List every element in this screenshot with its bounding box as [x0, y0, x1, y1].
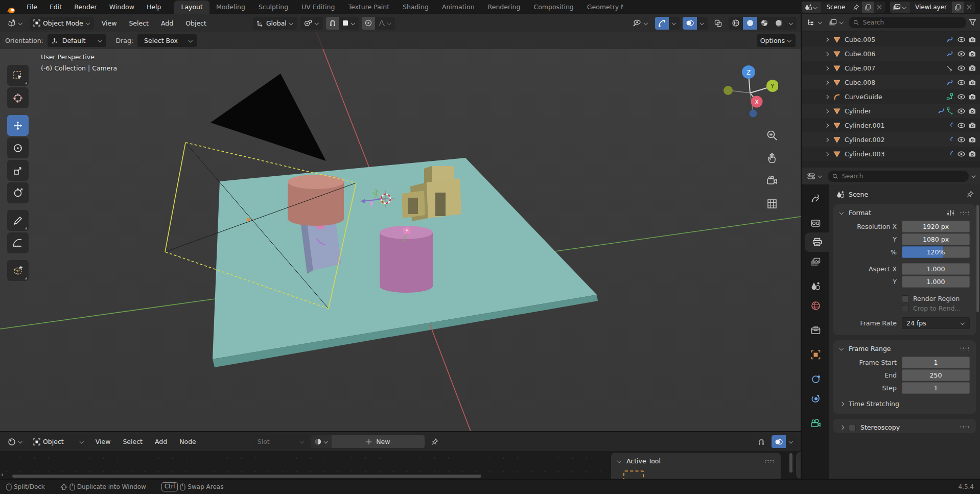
hide-eye-icon[interactable]: [958, 108, 965, 114]
object-name[interactable]: Cylinder.003: [845, 150, 925, 158]
snap-target-selector[interactable]: [300, 17, 323, 30]
frame-start-field[interactable]: 1: [902, 357, 970, 368]
aspect-y-field[interactable]: 1.000: [902, 276, 970, 288]
object-name[interactable]: CurveGuide: [845, 93, 925, 101]
resolution-percent-slider[interactable]: 120%: [902, 246, 970, 258]
frame-range-collapse[interactable]: [839, 346, 844, 351]
show-overlays-toggle[interactable]: [683, 17, 697, 30]
outliner-row-cylinder003[interactable]: Cylinder.003: [802, 147, 980, 161]
tab-animation[interactable]: Animation: [435, 1, 481, 14]
tool-transform[interactable]: [7, 182, 29, 203]
tool-add-primitive[interactable]: [7, 260, 29, 281]
resolution-x-field[interactable]: 1920 px: [902, 221, 970, 232]
salmon-cylinder-top[interactable]: [288, 175, 344, 189]
outliner-row-cylinder002[interactable]: Cylinder.002: [802, 132, 980, 147]
shading-dropdown[interactable]: [786, 17, 797, 30]
object-name[interactable]: Cylinder: [845, 107, 925, 115]
flower-object[interactable]: [406, 229, 408, 231]
disable-render-icon[interactable]: [969, 151, 976, 157]
render-region-checkbox[interactable]: [902, 295, 909, 302]
outliner-search[interactable]: [849, 17, 966, 28]
disable-render-icon[interactable]: [969, 65, 976, 71]
object-name[interactable]: Cube.006: [845, 50, 925, 58]
editor-type-button[interactable]: [4, 17, 27, 30]
transform-orientation-selector[interactable]: Global: [253, 17, 297, 30]
overlays-dropdown[interactable]: [697, 17, 708, 30]
outliner-filter-mode-button[interactable]: [827, 16, 846, 29]
modifier-wrench-icon[interactable]: [946, 79, 953, 86]
visibility-dropdown[interactable]: [629, 17, 652, 30]
camera-view-button[interactable]: [764, 175, 780, 187]
proportional-editing-toggle[interactable]: [362, 17, 375, 30]
shader-editor-canvas[interactable]: Active Tool ›: [0, 451, 801, 479]
shading-wireframe-button[interactable]: [729, 17, 743, 30]
scene-browse-button[interactable]: [802, 2, 821, 13]
viewport-scene[interactable]: [0, 14, 801, 431]
shader-type-selector[interactable]: Object: [30, 435, 88, 448]
modifier-wrench-icon[interactable]: [946, 36, 953, 43]
node-editor-type-button[interactable]: [4, 435, 27, 448]
blender-logo-icon[interactable]: [0, 6, 20, 14]
disable-render-icon[interactable]: [969, 136, 976, 143]
node-horizontal-scrollbar[interactable]: [12, 475, 481, 478]
disable-render-icon[interactable]: [969, 51, 976, 57]
aspect-x-field[interactable]: 1.000: [902, 263, 970, 275]
view-layer-copy-button[interactable]: [952, 2, 964, 13]
tab-compositing[interactable]: Compositing: [527, 1, 580, 14]
tab-constraints[interactable]: [802, 389, 829, 408]
purple-cylinder-body[interactable]: [380, 232, 433, 293]
panel-grip[interactable]: [960, 347, 970, 350]
tool-scale[interactable]: [7, 160, 29, 181]
geometry-nodes-icon[interactable]: [947, 107, 953, 114]
outliner-row-cube006[interactable]: Cube.006: [802, 46, 980, 61]
tab-collection[interactable]: [802, 320, 829, 340]
disable-render-icon[interactable]: [969, 36, 976, 42]
crop-checkbox[interactable]: [902, 305, 909, 312]
tab-tool[interactable]: [802, 189, 829, 208]
format-collapse[interactable]: [839, 210, 844, 215]
stereoscopy-title[interactable]: Stereoscopy: [860, 424, 900, 431]
outliner-row-cylinder[interactable]: Cylinder: [802, 104, 980, 118]
tab-texture-paint[interactable]: Texture Paint: [341, 1, 396, 14]
node-menu-select[interactable]: Select: [118, 438, 147, 445]
tab-uv-editing[interactable]: UV Editing: [295, 1, 341, 14]
material-browse-button[interactable]: [311, 435, 332, 448]
stereoscopy-checkbox[interactable]: [849, 424, 856, 431]
navigation-gizmo[interactable]: Z Y X: [722, 65, 778, 121]
outliner-row-curveguide[interactable]: CurveGuide: [802, 89, 980, 104]
properties-editor-type-button[interactable]: [805, 170, 825, 182]
toggle-ortho-button[interactable]: [764, 198, 780, 210]
gizmo-axis-neg-z[interactable]: [750, 110, 757, 117]
menu-help[interactable]: Help: [141, 0, 168, 14]
time-stretching-collapse[interactable]: [839, 402, 844, 406]
small-violet-figure[interactable]: [370, 201, 373, 206]
curve-modifier-icon[interactable]: [946, 65, 953, 72]
tab-world[interactable]: [802, 296, 829, 315]
object-name[interactable]: Cylinder.001: [845, 122, 925, 129]
fallback-tool-thumbnail[interactable]: [623, 471, 644, 479]
node-overlays-toggle[interactable]: [772, 435, 786, 448]
tool-annotate[interactable]: [7, 210, 29, 231]
slot-dropdown[interactable]: Slot: [254, 435, 308, 448]
frame-end-field[interactable]: 250: [902, 369, 970, 381]
tab-modeling[interactable]: Modeling: [209, 1, 252, 14]
disable-render-icon[interactable]: [969, 108, 976, 114]
hide-eye-icon[interactable]: [958, 151, 965, 157]
node-menu-view[interactable]: View: [91, 438, 115, 445]
shading-solid-button[interactable]: [743, 17, 757, 30]
viewport-menu-add[interactable]: Add: [156, 19, 178, 27]
viewport-menu-object[interactable]: Object: [181, 19, 211, 27]
tool-rotate[interactable]: [7, 137, 29, 158]
panel-grip[interactable]: [960, 211, 970, 215]
time-stretching-label[interactable]: Time Stretching: [849, 400, 899, 408]
tab-layout[interactable]: Layout: [174, 1, 209, 14]
disable-render-icon[interactable]: [969, 122, 976, 128]
pan-button[interactable]: [764, 152, 780, 164]
resolution-y-field[interactable]: 1080 px: [902, 233, 970, 245]
geometry-nodes-icon[interactable]: [946, 93, 953, 100]
shading-material-button[interactable]: [757, 17, 772, 30]
shader-editor[interactable]: Object View Select Add Node Slot New: [0, 431, 801, 479]
new-material-button[interactable]: New: [332, 435, 425, 448]
properties-pin-button[interactable]: [966, 191, 974, 198]
scene-pin-button[interactable]: [850, 2, 862, 13]
